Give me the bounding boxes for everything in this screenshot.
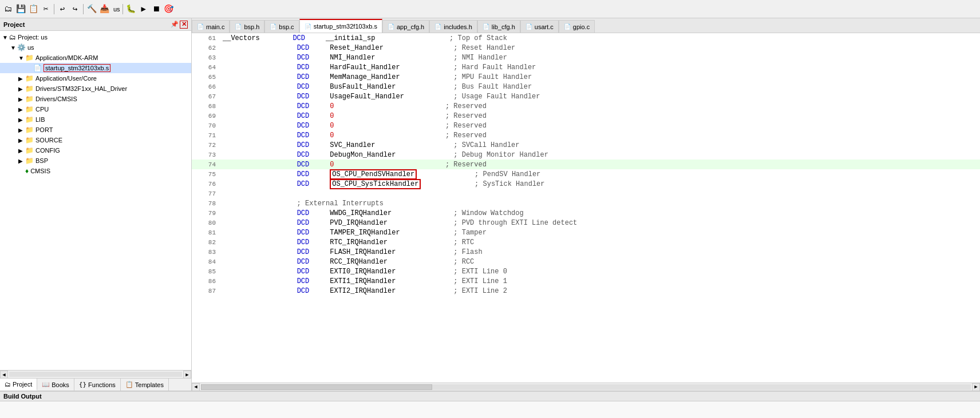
tab-books[interactable]: 📖 Books [37, 379, 74, 391]
tab-label-bsp-c: bsp.c [279, 23, 294, 30]
code-token: DCD [264, 219, 309, 227]
toolbar-icon-load[interactable]: 📥 [98, 3, 110, 15]
code-token: ; SysTick Handler [421, 180, 544, 188]
tree-item-drivers-cmsis[interactable]: ▶📁Drivers/CMSIS [0, 94, 191, 104]
code-token: DCD [264, 287, 309, 295]
code-token: UsageFault_Handler [309, 93, 404, 101]
tab-app-cfg[interactable]: 📄app_cfg.h [382, 20, 429, 33]
tab-label-app-cfg: app_cfg.h [397, 23, 424, 30]
tree-item-app-user-core[interactable]: ▶📁Application/User/Core [0, 73, 191, 83]
tree-label-app-mdk: Application/MDK-ARM [35, 54, 98, 61]
tree-item-config[interactable]: ▶📁CONFIG [0, 145, 191, 156]
tree-item-app-mdk[interactable]: ▼📁Application/MDK-ARM [0, 53, 191, 63]
folder-icon-config: 📁 [25, 146, 34, 154]
code-token: DCD [264, 229, 309, 237]
line-content-82: DCD RTC_IRQHandler ; RTC [220, 238, 980, 246]
toolbar-icon-3[interactable]: 📋 [27, 3, 39, 15]
tab-project[interactable]: 🗂 Project [0, 379, 37, 391]
tab-lib-cfg[interactable]: 📄lib_cfg.h [477, 20, 520, 33]
tree-toggle-project-us[interactable]: ▼ [2, 34, 9, 41]
code-token [223, 122, 264, 130]
tab-label-lib-cfg: lib_cfg.h [492, 23, 515, 30]
h-scroll-left[interactable]: ◀ [192, 383, 200, 391]
pin-icon[interactable]: 📌 [171, 21, 179, 29]
code-line-79: 79 DCD WWDG_IRQHandler ; Window Watchdog [192, 208, 980, 218]
tree-label-cmsis: CMSIS [30, 168, 50, 174]
tree-toggle-config[interactable]: ▶ [18, 148, 25, 154]
code-token: ; SVCall Handler [375, 141, 519, 149]
tab-templates[interactable]: 📋 Templates [121, 379, 169, 391]
code-line-84: 84 DCD RCC_IRQHandler ; RCC [192, 257, 980, 266]
code-token: DCD [264, 258, 309, 266]
tree-toggle-us-root[interactable]: ▼ [10, 45, 17, 51]
tab-functions[interactable]: {} Functions [74, 379, 121, 391]
tree-item-us-root[interactable]: ▼⚙️us [0, 42, 191, 53]
tree-toggle-bsp[interactable]: ▶ [18, 158, 25, 164]
tree-item-project-us[interactable]: ▼🗂Project: us [0, 32, 191, 42]
tab-bsp-c[interactable]: 📄bsp.c [264, 20, 299, 33]
toolbar-icon-debug[interactable]: 🐛 [125, 3, 137, 15]
folder-icon-bsp: 📁 [25, 157, 34, 165]
tree-toggle-app-mdk[interactable]: ▼ [18, 55, 25, 61]
code-line-69: 69 DCD 0 ; Reserved [192, 111, 980, 121]
tab-bsp-h[interactable]: 📄bsp.h [230, 20, 264, 33]
tab-icon-startup: 📄 [305, 23, 311, 30]
toolbar-icon-1[interactable]: 🗂 [2, 3, 14, 15]
line-num-74: 74 [192, 161, 220, 168]
code-token: ; Bus Fault Handler [396, 83, 532, 91]
toolbar-icon-run[interactable]: ▶ [138, 3, 149, 15]
tree-toggle-cpu[interactable]: ▶ [18, 106, 25, 113]
toolbar-icon-4[interactable]: ✂ [40, 3, 52, 15]
tree-item-cmsis[interactable]: ♦CMSIS [0, 166, 191, 176]
tree-item-port[interactable]: ▶📁PORT [0, 125, 191, 135]
code-line-70: 70 DCD 0 ; Reserved [192, 121, 980, 130]
toolbar-icon-redo[interactable]: ↪ [69, 3, 81, 15]
tree-item-cpu[interactable]: ▶📁CPU [0, 104, 191, 114]
tree-item-bsp[interactable]: ▶📁BSP [0, 156, 191, 166]
tree-item-startup-file[interactable]: 📄startup_stm32f103xb.s [0, 63, 191, 73]
code-token: DCD [260, 34, 305, 42]
line-content-63: DCD NMI_Handler ; NMI Handler [220, 54, 980, 62]
toolbar-icon-2[interactable]: 💾 [15, 3, 26, 15]
code-area[interactable]: 61__Vectors DCD __initial_sp ; Top of St… [192, 33, 980, 383]
code-token: DCD [264, 54, 309, 62]
code-token: DCD [264, 170, 309, 178]
tree-toggle-drivers-cmsis[interactable]: ▶ [18, 96, 25, 102]
file-icon-startup-file: 📄 [33, 64, 42, 72]
toolbar-icon-build[interactable]: 🔨 [86, 3, 97, 15]
tree-item-drivers-hal[interactable]: ▶📁Drivers/STM32F1xx_HAL_Driver [0, 83, 191, 94]
tree-item-source[interactable]: ▶📁SOURCE [0, 135, 191, 145]
code-token: ; Window Watchdog [392, 209, 523, 217]
left-hscrollbar[interactable]: ◀ ▶ [0, 370, 191, 378]
tree-label-lib: LIB [35, 116, 45, 123]
tab-usart-c[interactable]: 📄usart.c [520, 20, 559, 33]
tab-startup[interactable]: 📄startup_stm32f103xb.s [299, 19, 382, 33]
left-hscroll-left[interactable]: ◀ [0, 371, 8, 379]
toolbar-icon-stop[interactable]: ⏹ [151, 3, 162, 15]
h-scrollbar[interactable]: ◀ ▶ [192, 383, 980, 391]
tab-icon-includes-h: 📄 [434, 23, 441, 30]
code-line-73: 73 DCD DebugMon_Handler ; Debug Monitor … [192, 150, 980, 160]
panel-close-icon[interactable]: ✕ [180, 21, 188, 29]
tree-item-lib[interactable]: ▶📁LIB [0, 114, 191, 125]
tab-includes-h[interactable]: 📄includes.h [429, 20, 477, 33]
tree-label-drivers-hal: Drivers/STM32F1xx_HAL_Driver [35, 85, 127, 92]
panel-title-bar: Project 📌 ✕ [0, 18, 191, 31]
tree-toggle-drivers-hal[interactable]: ▶ [18, 86, 25, 92]
tree-toggle-lib[interactable]: ▶ [18, 117, 25, 123]
toolbar-icon-undo[interactable]: ↩ [57, 3, 68, 15]
folder-icon-drivers-cmsis: 📁 [25, 95, 34, 103]
tree-area[interactable]: ▼🗂Project: us▼⚙️us▼📁Application/MDK-ARM📄… [0, 31, 191, 370]
build-title: Build Output [0, 392, 980, 401]
tree-toggle-app-user-core[interactable]: ▶ [18, 75, 25, 82]
line-num-83: 83 [192, 249, 220, 256]
left-hscroll-right[interactable]: ▶ [183, 371, 191, 379]
code-token: SVC_Handler [309, 141, 375, 149]
code-token: HardFault_Handler [309, 63, 400, 71]
h-scroll-right[interactable]: ▶ [972, 383, 980, 391]
tree-toggle-port[interactable]: ▶ [18, 127, 25, 133]
tab-main-c[interactable]: 📄main.c [192, 20, 230, 33]
tree-toggle-source[interactable]: ▶ [18, 137, 25, 144]
tab-gpio-c[interactable]: 📄gpio.c [559, 20, 595, 33]
toolbar-icon-target[interactable]: 🎯 [163, 3, 175, 15]
